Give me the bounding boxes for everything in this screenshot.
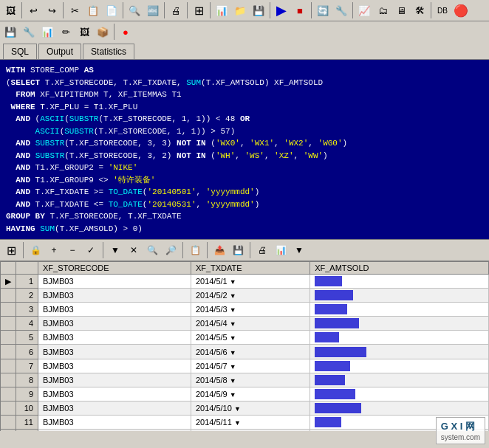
col-header-amtsold[interactable]: XF_AMTSOLD (310, 262, 489, 275)
remove-row-icon[interactable]: − (64, 242, 81, 258)
settings-icon[interactable]: 🔧 (332, 1, 350, 19)
table-row[interactable]: 9BJMB032014/5/9 ▼ (1, 387, 489, 401)
db-icon[interactable]: DB (434, 1, 451, 19)
cell-amtsold (310, 387, 489, 401)
file-save-icon[interactable]: 💾 (1, 23, 19, 41)
row-arrow-indicator (1, 401, 16, 415)
table-row[interactable]: 12BJMB032014/5/12 ▼ (1, 430, 489, 431)
cell-amtsold (310, 359, 489, 373)
watermark-subtext: system.com (441, 433, 480, 441)
chart-results-icon[interactable]: 📊 (273, 242, 289, 258)
new-icon[interactable]: 🖼 (1, 1, 19, 19)
stop-icon[interactable]: ■ (291, 1, 309, 19)
text-icon[interactable]: 🔤 (144, 1, 162, 19)
cell-txdate: 2014/5/6 ▼ (191, 345, 310, 359)
results-toolbar: ⊞ 🔒 + − ✓ ▼ ✕ 🔍 🔎 📋 📤 💾 🖨 📊 ▼ (0, 239, 489, 261)
bar-chart-icon[interactable]: 📊 (38, 23, 56, 41)
row-arrow-indicator: ▶ (1, 275, 16, 289)
run-icon[interactable]: ▶ (273, 1, 290, 19)
tab-statistics[interactable]: Statistics (83, 44, 134, 59)
add-row-icon[interactable]: + (46, 242, 62, 258)
table-row[interactable]: 2BJMB032014/5/2 ▼ (1, 289, 489, 303)
table-row[interactable]: 8BJMB032014/5/8 ▼ (1, 373, 489, 387)
magnify-icon[interactable]: 🔎 (163, 242, 179, 258)
table-row[interactable]: 10BJMB032014/5/10 ▼ (1, 401, 489, 415)
separator-4 (164, 2, 165, 18)
separator-5 (187, 2, 188, 18)
pen-icon[interactable]: ✏ (57, 23, 75, 41)
cell-storecode: BJMB03 (38, 430, 191, 431)
lock-icon[interactable]: 🔒 (27, 242, 44, 258)
red-circle-icon[interactable]: ● (117, 23, 134, 41)
row-arrow-indicator (1, 415, 16, 429)
copy-icon[interactable]: 📋 (84, 1, 102, 19)
refresh-icon[interactable]: 🔄 (314, 1, 332, 19)
cell-storecode: BJMB03 (38, 331, 191, 345)
filter-clear-icon[interactable]: ✕ (126, 242, 142, 258)
cell-storecode: BJMB03 (38, 401, 191, 415)
cell-txdate: 2014/5/7 ▼ (191, 359, 310, 373)
row-arrow-indicator (1, 345, 16, 359)
cell-amtsold (310, 289, 489, 303)
sep-r4 (207, 242, 208, 258)
print-icon[interactable]: 🖨 (167, 1, 185, 19)
filter-icon[interactable]: ▼ (107, 242, 123, 258)
row-number: 6 (16, 345, 38, 359)
search-results-icon[interactable]: 🔍 (144, 242, 160, 258)
col-header-rownum (16, 262, 38, 275)
undo-icon[interactable]: ↩ (24, 1, 42, 19)
copy-results-icon[interactable]: 📋 (187, 242, 203, 258)
cell-txdate: 2014/5/2 ▼ (191, 289, 310, 303)
cell-storecode: BJMB03 (38, 317, 191, 331)
cell-amtsold (310, 373, 489, 387)
red-btn-icon[interactable]: 🔴 (452, 1, 470, 19)
paste-icon[interactable]: 📄 (103, 1, 120, 19)
table-row[interactable]: 5BJMB032014/5/5 ▼ (1, 331, 489, 345)
redo-icon[interactable]: ↪ (43, 1, 61, 19)
cell-txdate: 2014/5/10 ▼ (191, 401, 310, 415)
cut-icon[interactable]: ✂ (66, 1, 83, 19)
cell-amtsold (310, 303, 489, 317)
tab-output[interactable]: Output (38, 44, 81, 59)
package-icon[interactable]: 📦 (94, 23, 112, 41)
row-arrow-indicator (1, 303, 16, 317)
layout-icon[interactable]: 🗂 (374, 1, 391, 19)
toolbar-row-1: 🖼 ↩ ↪ ✂ 📋 📄 🔍 🔤 🖨 ⊞ 📊 📁 💾 ▶ ■ 🔄 🔧 📈 🗂 🖥 … (0, 0, 489, 21)
cell-amtsold (310, 275, 489, 289)
table-row[interactable]: ▶1BJMB032014/5/1 ▼ (1, 275, 489, 289)
tab-sql[interactable]: SQL (3, 44, 37, 59)
table-row[interactable]: 11BJMB032014/5/11 ▼ (1, 415, 489, 429)
separator-6 (210, 2, 211, 18)
table-row[interactable]: 3BJMB032014/5/3 ▼ (1, 303, 489, 317)
cell-txdate: 2014/5/1 ▼ (191, 275, 310, 289)
monitor-icon[interactable]: 🖥 (392, 1, 410, 19)
col-header-txdate[interactable]: XF_TXDATE (191, 262, 310, 275)
import-icon[interactable]: 💾 (230, 242, 246, 258)
tools-icon[interactable]: 🛠 (411, 1, 428, 19)
image-icon[interactable]: 🖼 (75, 23, 93, 41)
table-icon[interactable]: 📊 (213, 1, 230, 19)
row-arrow-indicator (1, 359, 16, 373)
col-header-storecode[interactable]: XF_STORECODE (38, 262, 191, 275)
folder-icon[interactable]: 📁 (231, 1, 249, 19)
export-icon[interactable]: 📤 (211, 242, 228, 258)
more-icon[interactable]: ▼ (291, 242, 307, 258)
table-row[interactable]: 4BJMB032014/5/4 ▼ (1, 317, 489, 331)
check-icon[interactable]: ✓ (83, 242, 99, 258)
grid-icon[interactable]: ⊞ (190, 1, 208, 19)
table-row[interactable]: 7BJMB032014/5/7 ▼ (1, 359, 489, 373)
sep-r5 (250, 242, 250, 258)
grid-view-icon[interactable]: ⊞ (3, 242, 19, 258)
watermark: G X I 网 system.com (436, 417, 485, 444)
cell-storecode: BJMB03 (38, 359, 191, 373)
table-row[interactable]: 6BJMB032014/5/6 ▼ (1, 345, 489, 359)
cell-txdate: 2014/5/9 ▼ (191, 387, 310, 401)
sql-editor[interactable]: WITH STORE_COMP AS (SELECT T.XF_STORECOD… (0, 60, 489, 239)
find-icon[interactable]: 🔍 (126, 1, 143, 19)
row-number: 3 (16, 303, 38, 317)
wrench-icon[interactable]: 🔧 (20, 23, 38, 41)
save-icon[interactable]: 💾 (250, 1, 267, 19)
print-results-icon[interactable]: 🖨 (254, 242, 270, 258)
chart-icon[interactable]: 📈 (355, 1, 373, 19)
bar-visual (315, 276, 342, 286)
